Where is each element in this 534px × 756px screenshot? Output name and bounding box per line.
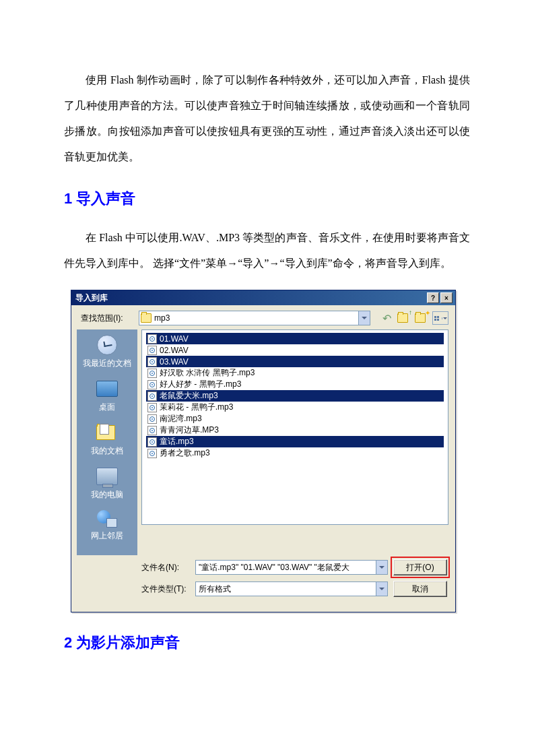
chevron-down-icon[interactable]: [358, 311, 370, 325]
import-paragraph: 在 Flash 中可以使用.WAV、.MP3 等类型的声音、音乐文件，在使用时要…: [64, 225, 470, 276]
file-item[interactable]: 好人好梦 - 黑鸭子.mp3: [146, 379, 444, 390]
back-icon[interactable]: ↶: [380, 311, 393, 325]
audio-file-icon: [147, 391, 157, 401]
places-bar: 我最近的文档 桌面 我的文档 我的电脑: [77, 329, 137, 555]
audio-file-icon: [147, 334, 157, 344]
audio-file-icon: [147, 380, 157, 389]
file-item[interactable]: 01.WAV: [146, 333, 444, 344]
dialog-titlebar[interactable]: 导入到库 ? ×: [71, 290, 455, 305]
audio-file-icon: [147, 346, 157, 355]
lookin-value: mp3: [154, 313, 170, 323]
file-label: 03.WAV: [160, 357, 189, 367]
file-item[interactable]: 好汉歌 水浒传 黑鸭子.mp3: [146, 367, 444, 379]
audio-file-icon: [147, 414, 157, 424]
new-folder-icon[interactable]: ✦: [415, 311, 428, 325]
up-one-level-icon[interactable]: ↑: [397, 311, 411, 325]
file-item[interactable]: 童话.mp3: [146, 436, 444, 447]
audio-file-icon: [147, 357, 157, 367]
file-item[interactable]: 南泥湾.mp3: [146, 413, 444, 424]
heading-add-sound: 2 为影片添加声音: [64, 633, 470, 653]
file-list[interactable]: 01.WAV02.WAV03.WAV好汉歌 水浒传 黑鸭子.mp3好人好梦 - …: [141, 329, 448, 525]
audio-file-icon: [147, 426, 157, 435]
file-label: 茉莉花 - 黑鸭子.mp3: [160, 402, 233, 413]
intro-paragraph: 使用 Flash 制作动画时，除了可以制作各种特效外，还可以加入声音，Flash…: [64, 67, 470, 170]
recent-docs-icon: [97, 335, 117, 355]
place-mydocs[interactable]: 我的文档: [91, 422, 123, 457]
file-item[interactable]: 勇者之歌.mp3: [146, 447, 444, 459]
filetype-combo[interactable]: 所有格式: [195, 581, 388, 596]
close-button[interactable]: ×: [440, 292, 453, 303]
lookin-combo[interactable]: mp3: [139, 311, 370, 325]
filetype-label: 文件类型(T):: [141, 584, 190, 595]
file-label: 童话.mp3: [160, 436, 194, 447]
file-item[interactable]: 03.WAV: [146, 356, 444, 367]
my-computer-icon: [96, 468, 118, 485]
help-button[interactable]: ?: [427, 292, 439, 303]
desktop-icon: [96, 381, 118, 397]
chevron-down-icon[interactable]: [376, 582, 387, 596]
filename-label: 文件名(N):: [141, 562, 190, 573]
heading-import-sound: 1 导入声音: [64, 189, 470, 209]
file-label: 好汉歌 水浒传 黑鸭子.mp3: [160, 367, 255, 379]
views-icon[interactable]: [432, 311, 448, 325]
lookin-label: 查找范围(I):: [81, 313, 135, 324]
file-item[interactable]: 茉莉花 - 黑鸭子.mp3: [146, 402, 444, 413]
chevron-down-icon[interactable]: [376, 561, 387, 574]
open-button[interactable]: 打开(O): [393, 559, 447, 575]
file-item[interactable]: 老鼠爱大米.mp3: [146, 390, 444, 402]
folder-icon: [141, 313, 152, 323]
file-label: 勇者之歌.mp3: [160, 447, 210, 459]
audio-file-icon: [147, 449, 157, 458]
import-dialog: 导入到库 ? × 查找范围(I): mp3 ↶ ↑: [71, 290, 456, 612]
place-mycomp[interactable]: 我的电脑: [91, 466, 123, 501]
audio-file-icon: [147, 369, 157, 378]
place-desktop[interactable]: 桌面: [96, 379, 119, 413]
place-network[interactable]: 网上邻居: [91, 510, 123, 542]
file-label: 南泥湾.mp3: [160, 413, 202, 424]
file-item[interactable]: 02.WAV: [146, 344, 444, 356]
cancel-button[interactable]: 取消: [393, 581, 447, 597]
file-label: 02.WAV: [160, 346, 189, 355]
network-icon: [97, 510, 117, 528]
audio-file-icon: [147, 403, 157, 412]
file-label: 好人好梦 - 黑鸭子.mp3: [160, 379, 241, 390]
file-label: 老鼠爱大米.mp3: [160, 390, 218, 402]
filename-input[interactable]: "童话.mp3" "01.WAV" "03.WAV" "老鼠爱大: [195, 560, 388, 575]
file-item[interactable]: 青青河边草.MP3: [146, 424, 444, 436]
file-label: 01.WAV: [160, 334, 189, 344]
file-label: 青青河边草.MP3: [160, 424, 219, 436]
audio-file-icon: [147, 437, 157, 447]
dialog-title: 导入到库: [74, 292, 426, 304]
place-recent[interactable]: 我最近的文档: [83, 335, 131, 369]
